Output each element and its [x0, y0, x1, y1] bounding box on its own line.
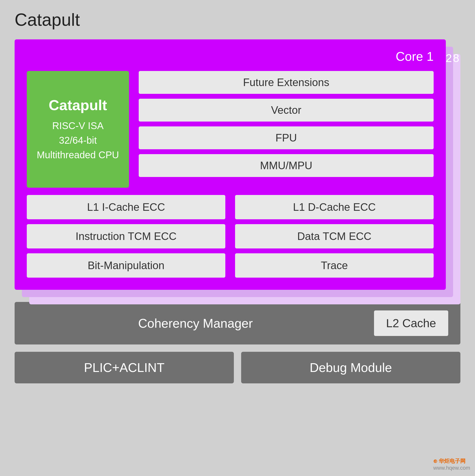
core-stack: 2 8 Core 1 Catapult RISC-V ISA 32/64-bit…	[15, 39, 460, 290]
bottom-rows: L1 I-Cache ECC L1 D-Cache ECC Instructio…	[27, 195, 434, 278]
bit-manipulation-box: Bit-Manipulation	[27, 253, 225, 278]
data-tcm-box: Data TCM ECC	[235, 224, 434, 248]
page-title: Catapult	[15, 10, 460, 30]
debug-box: Debug Module	[241, 352, 460, 383]
watermark-logo: ⊕ 华炬电子网	[433, 458, 466, 464]
watermark: ⊕ 华炬电子网 www.hqew.com	[433, 458, 470, 471]
lower-section: Coherency Manager L2 Cache PLIC+ACLINT D…	[15, 302, 460, 383]
core-content: Catapult RISC-V ISA 32/64-bit Multithrea…	[27, 71, 434, 188]
catapult-line1: RISC-V ISA	[52, 120, 103, 131]
core-2-label: 2	[446, 51, 452, 65]
catapult-line2: 32/64-bit	[59, 135, 97, 146]
plic-debug-row: PLIC+ACLINT Debug Module	[15, 352, 460, 383]
watermark-url: www.hqew.com	[433, 465, 470, 471]
core-1: Core 1 Catapult RISC-V ISA 32/64-bit Mul…	[15, 39, 446, 290]
l1-icache-box: L1 I-Cache ECC	[27, 195, 225, 219]
row-tcm: Instruction TCM ECC Data TCM ECC	[27, 224, 434, 248]
catapult-desc: RISC-V ISA 32/64-bit Multithreaded CPU	[37, 119, 119, 162]
ext-mmu-mpu: MMU/MPU	[139, 154, 434, 177]
catapult-brand: Catapult	[49, 97, 107, 114]
ext-future-extensions: Future Extensions	[139, 71, 434, 94]
instruction-tcm-box: Instruction TCM ECC	[27, 224, 225, 248]
coherency-row: Coherency Manager L2 Cache	[15, 302, 460, 344]
main-container: 2 8 Core 1 Catapult RISC-V ISA 32/64-bit…	[15, 39, 460, 383]
core-8-label: 8	[453, 51, 459, 65]
core-1-label: Core 1	[27, 49, 434, 64]
plic-box: PLIC+ACLINT	[15, 352, 234, 383]
row-l1-cache: L1 I-Cache ECC L1 D-Cache ECC	[27, 195, 434, 219]
trace-box: Trace	[235, 253, 434, 278]
catapult-line3: Multithreaded CPU	[37, 150, 119, 160]
coherency-label: Coherency Manager	[27, 316, 364, 331]
l2-cache-box: L2 Cache	[374, 310, 448, 336]
l1-dcache-box: L1 D-Cache ECC	[235, 195, 434, 219]
ext-fpu: FPU	[139, 126, 434, 149]
extensions-col: Future Extensions Vector FPU MMU/MPU	[139, 71, 434, 188]
row-bit-trace: Bit-Manipulation Trace	[27, 253, 434, 278]
ext-vector: Vector	[139, 99, 434, 121]
catapult-block: Catapult RISC-V ISA 32/64-bit Multithrea…	[27, 71, 129, 188]
